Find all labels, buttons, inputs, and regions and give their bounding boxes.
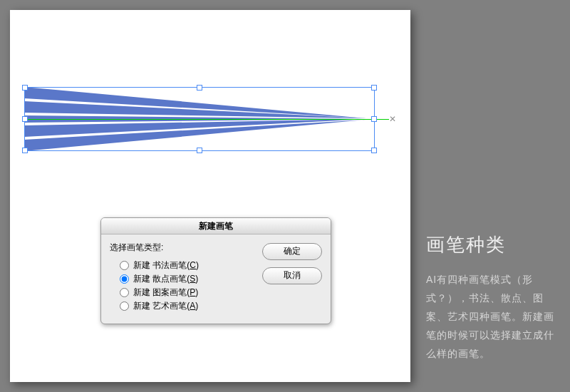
brush-option-calligraphic[interactable]: 新建 书法画笔(C) (120, 259, 262, 272)
dialog-title: 新建画笔 (101, 218, 331, 234)
radio-scatter[interactable] (120, 274, 129, 284)
new-brush-dialog: 新建画笔 选择画笔类型: 新建 书法画笔(C) 新建 散点画笔(S) (100, 217, 331, 324)
selection-handle-s[interactable] (197, 148, 202, 153)
radio-pattern[interactable] (120, 288, 129, 297)
ok-button[interactable]: 确定 (262, 243, 322, 260)
option-label: 新建 书法画笔( (133, 260, 190, 270)
radio-art[interactable] (120, 301, 129, 311)
selection-handle-e[interactable] (371, 116, 377, 122)
selection-handle-ne[interactable] (371, 85, 377, 91)
dialog-prompt: 选择画笔类型: (110, 242, 262, 254)
brush-option-scatter[interactable]: 新建 散点画笔(S) (120, 273, 262, 285)
brush-option-pattern[interactable]: 新建 图案画笔(P) (120, 287, 262, 299)
selection-handle-se[interactable] (371, 148, 377, 153)
option-hotkey: C (190, 260, 196, 270)
option-label: 新建 散点画笔( (133, 274, 190, 284)
selection-handle-nw[interactable] (22, 85, 28, 91)
option-label: 新建 图案画笔( (133, 287, 190, 297)
brush-option-art[interactable]: 新建 艺术画笔(A) (120, 300, 262, 312)
artboard[interactable]: ✕ 新建画笔 选择画笔类型: 新建 书法画笔(C) (10, 10, 410, 382)
sidebar-title: 画笔种类 (426, 232, 559, 257)
option-label: 新建 艺术画笔( (133, 301, 190, 311)
radio-calligraphic[interactable] (120, 261, 129, 270)
selection-handle-n[interactable] (197, 85, 202, 91)
path-end-marker: ✕ (389, 116, 396, 122)
selection-handle-sw[interactable] (22, 148, 28, 153)
cancel-button[interactable]: 取消 (262, 267, 322, 284)
sidebar-body: AI有四种画笔模式（形式？），书法、散点、图案、艺术四种画笔。新建画笔的时候可以… (426, 270, 559, 363)
annotation-sidebar: 画笔种类 AI有四种画笔模式（形式？），书法、散点、图案、艺术四种画笔。新建画笔… (426, 232, 559, 363)
selection-bounding-box[interactable] (24, 87, 375, 151)
selection-handle-w[interactable] (22, 116, 28, 122)
